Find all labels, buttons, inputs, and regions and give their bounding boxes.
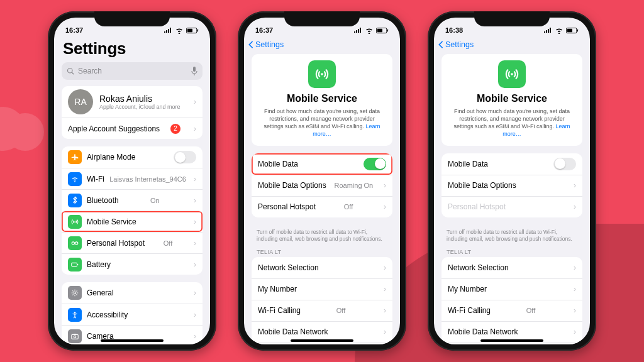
suggestions-label: Apple Account Suggestions bbox=[68, 124, 160, 133]
back-button[interactable]: Settings bbox=[434, 35, 590, 54]
search-input[interactable]: Search bbox=[62, 62, 203, 80]
chevron-right-icon: › bbox=[194, 260, 196, 269]
network-selection-row[interactable]: Network Selection › bbox=[252, 257, 392, 278]
chevron-right-icon: › bbox=[384, 181, 386, 190]
clock: 16:37 bbox=[255, 26, 273, 34]
row-label: Airplane Mode bbox=[87, 153, 135, 162]
back-button[interactable]: Settings bbox=[244, 35, 400, 54]
back-label: Settings bbox=[445, 40, 474, 49]
mobile-data-toggle[interactable] bbox=[553, 158, 576, 170]
svg-rect-2 bbox=[197, 30, 198, 32]
mobile-data-group: Mobile Data Mobile Data Options › Person… bbox=[441, 153, 582, 217]
status-icons bbox=[353, 28, 389, 34]
clock: 16:38 bbox=[445, 26, 463, 34]
row-label: Wi-Fi bbox=[87, 175, 104, 184]
camera-icon bbox=[68, 329, 82, 343]
search-icon bbox=[67, 67, 74, 75]
avatar: RA bbox=[68, 89, 93, 114]
row-label: Wi-Fi Calling bbox=[448, 306, 491, 315]
wifi-calling-row[interactable]: Wi-Fi Calling Off › bbox=[252, 300, 392, 321]
personal-hotspot-row: Personal Hotspot › bbox=[441, 196, 582, 217]
phone-3: 16:38 Settings Mobile Service Find out h… bbox=[428, 11, 596, 351]
my-number-row[interactable]: My Number › bbox=[441, 278, 582, 300]
mobile-service-row[interactable]: Mobile Service › bbox=[62, 211, 203, 232]
row-detail: Off bbox=[336, 307, 345, 314]
search-placeholder: Search bbox=[78, 67, 102, 75]
hero-card: Mobile Service Find out how much data yo… bbox=[252, 54, 392, 146]
chevron-right-icon: › bbox=[574, 306, 576, 315]
row-detail: Roaming On bbox=[334, 182, 373, 189]
chevron-right-icon: › bbox=[194, 97, 196, 106]
network-provider-services-row[interactable]: Network Provider Services › bbox=[252, 343, 392, 344]
camera-row[interactable]: Camera › bbox=[62, 325, 203, 344]
hero-text: Find out how much data you're using, set… bbox=[260, 107, 384, 138]
mobile-data-network-row[interactable]: Mobile Data Network › bbox=[441, 321, 582, 343]
accessibility-icon bbox=[68, 308, 82, 322]
row-label: Personal Hotspot bbox=[448, 202, 506, 211]
page-title: Settings bbox=[54, 35, 210, 62]
row-label: Network Selection bbox=[258, 263, 319, 272]
airplane-toggle[interactable] bbox=[174, 151, 196, 163]
bluetooth-row[interactable]: Bluetooth On › bbox=[62, 189, 203, 211]
system-group: General › Accessibility › Camera › bbox=[62, 282, 203, 344]
status-bar: 16:38 bbox=[434, 18, 590, 35]
row-label: My Number bbox=[448, 285, 487, 293]
row-label: Mobile Data bbox=[258, 160, 298, 168]
hero-text: Find out how much data you're using, set… bbox=[450, 107, 574, 138]
mobile-data-row[interactable]: Mobile Data bbox=[441, 153, 582, 175]
network-provider-services-row[interactable]: Network Provider Services › bbox=[441, 343, 582, 344]
svg-point-14 bbox=[74, 336, 76, 338]
svg-rect-1 bbox=[187, 29, 192, 32]
svg-rect-10 bbox=[77, 264, 78, 265]
row-label: Network Selection bbox=[448, 263, 509, 272]
svg-rect-22 bbox=[577, 30, 578, 32]
my-number-row[interactable]: My Number › bbox=[252, 278, 392, 300]
row-label: Personal Hotspot bbox=[258, 202, 316, 211]
mobile-data-network-row[interactable]: Mobile Data Network › bbox=[252, 321, 392, 343]
carrier-header: TELIA LT bbox=[434, 248, 590, 257]
row-label: Battery bbox=[87, 260, 111, 269]
row-label: General bbox=[87, 288, 114, 297]
connectivity-group: Airplane Mode Wi-Fi Laisvas Internetas_9… bbox=[62, 146, 203, 275]
svg-point-3 bbox=[68, 69, 73, 74]
phone-1: 16:37 Settings Search RA bbox=[48, 11, 216, 351]
profile-row[interactable]: RA Rokas Aniulis Apple Account, iCloud a… bbox=[62, 86, 203, 118]
chevron-right-icon: › bbox=[194, 124, 196, 133]
svg-line-4 bbox=[72, 72, 74, 74]
chevron-right-icon: › bbox=[194, 196, 196, 205]
row-detail: Off bbox=[344, 203, 353, 211]
hotspot-icon bbox=[68, 236, 82, 250]
personal-hotspot-row[interactable]: Personal Hotspot Off › bbox=[252, 196, 392, 217]
wifi-icon bbox=[68, 172, 82, 186]
chevron-right-icon: › bbox=[574, 327, 576, 336]
chevron-right-icon: › bbox=[194, 288, 196, 297]
row-label: Mobile Data Network bbox=[448, 327, 518, 336]
bluetooth-icon bbox=[68, 194, 82, 207]
chevron-right-icon: › bbox=[194, 332, 196, 341]
row-label: Mobile Data Options bbox=[448, 181, 516, 190]
network-selection-row[interactable]: Network Selection › bbox=[441, 257, 582, 278]
chevron-left-icon bbox=[248, 40, 254, 49]
hero-title: Mobile Service bbox=[450, 93, 574, 104]
chevron-right-icon: › bbox=[194, 217, 196, 226]
row-label: Accessibility bbox=[87, 310, 128, 319]
hotspot-row[interactable]: Personal Hotspot Off › bbox=[62, 232, 203, 253]
svg-point-7 bbox=[72, 241, 74, 244]
mobile-data-options-row[interactable]: Mobile Data Options › bbox=[441, 175, 582, 196]
battery-row[interactable]: Battery › bbox=[62, 253, 203, 275]
svg-point-23 bbox=[511, 73, 513, 75]
wifi-row[interactable]: Wi-Fi Laisvas Internetas_94C6 › bbox=[62, 168, 203, 189]
general-row[interactable]: General › bbox=[62, 282, 203, 304]
wifi-calling-row[interactable]: Wi-Fi Calling Off › bbox=[441, 300, 582, 321]
mobile-data-toggle[interactable] bbox=[364, 158, 386, 170]
mobile-data-options-row[interactable]: Mobile Data Options Roaming On › bbox=[252, 175, 392, 196]
chevron-right-icon: › bbox=[384, 263, 386, 272]
mobile-data-row[interactable]: Mobile Data bbox=[252, 153, 392, 175]
accessibility-row[interactable]: Accessibility › bbox=[62, 304, 203, 325]
svg-rect-21 bbox=[567, 29, 572, 32]
status-icons bbox=[543, 28, 579, 34]
suggestions-row[interactable]: Apple Account Suggestions 2 › bbox=[62, 118, 203, 139]
airplane-row[interactable]: Airplane Mode bbox=[62, 146, 203, 168]
chevron-right-icon: › bbox=[384, 327, 386, 336]
row-label: Mobile Data Options bbox=[258, 181, 326, 190]
